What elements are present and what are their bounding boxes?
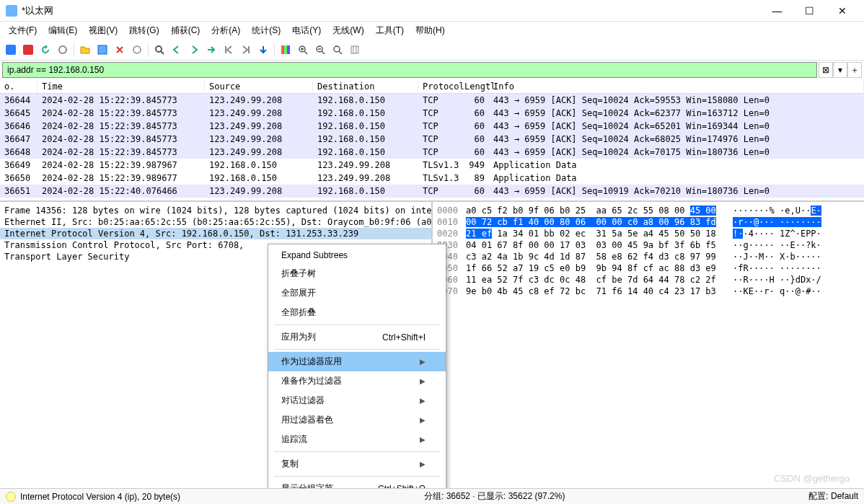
context-menu-item[interactable]: 作为过滤器应用▶	[268, 352, 446, 371]
col-dst[interactable]: Destination	[313, 80, 418, 93]
context-menu-item[interactable]: 追踪流▶	[268, 430, 446, 449]
reload-icon[interactable]	[129, 42, 145, 58]
display-filter-input[interactable]	[2, 62, 817, 78]
clear-filter-button[interactable]: ⊠	[819, 62, 833, 78]
packet-row[interactable]: 366482024-02-28 15:22:39.845773123.249.9…	[0, 146, 864, 159]
svg-point-10	[334, 46, 340, 52]
packet-row[interactable]: 366502024-02-28 15:22:39.989677192.168.0…	[0, 172, 864, 185]
tree-node[interactable]: Internet Protocol Version 4, Src: 192.16…	[0, 228, 431, 239]
status-mid: 分组: 36652 · 已显示: 35622 (97.2%)	[424, 490, 565, 503]
context-menu-item[interactable]: 对话过滤器▶	[268, 391, 446, 410]
resize-columns-icon[interactable]	[347, 42, 363, 58]
context-menu: Expand Subtrees折叠子树全部展开全部折叠应用为列Ctrl+Shif…	[268, 244, 446, 504]
svg-point-2	[59, 46, 66, 53]
menubar: 文件(F)编辑(E)视图(V)跳转(G)捕获(C)分析(A)统计(S)电话(Y)…	[0, 22, 864, 39]
titlebar: *以太网 — ☐ ✕	[0, 0, 864, 22]
zoom-out-icon[interactable]	[312, 42, 328, 58]
status-right: 配置: Default	[808, 490, 858, 503]
goto-icon[interactable]	[203, 42, 219, 58]
menu-item[interactable]: 帮助(H)	[410, 23, 451, 38]
menu-item[interactable]: 电话(Y)	[286, 23, 327, 38]
stop-capture-icon[interactable]	[20, 42, 36, 58]
last-icon[interactable]	[238, 42, 254, 58]
packet-row[interactable]: 366462024-02-28 15:22:39.845773123.249.9…	[0, 120, 864, 133]
colorize-icon[interactable]	[278, 42, 294, 58]
context-menu-item[interactable]: 准备作为过滤器▶	[268, 371, 446, 391]
add-filter-button[interactable]: ＋	[847, 62, 862, 78]
menu-item[interactable]: 工具(T)	[370, 23, 410, 38]
toolbar	[0, 39, 864, 61]
zoom-in-icon[interactable]	[295, 42, 311, 58]
col-no[interactable]: o.	[0, 80, 38, 93]
svg-rect-3	[98, 45, 107, 54]
svg-rect-7	[287, 45, 290, 54]
menu-item[interactable]: 捕获(C)	[165, 23, 206, 38]
find-icon[interactable]	[151, 42, 167, 58]
svg-point-4	[156, 46, 162, 52]
packet-row[interactable]: 366472024-02-28 15:22:39.845773123.249.9…	[0, 133, 864, 146]
menu-item[interactable]: 视图(V)	[83, 23, 123, 38]
zoom-reset-icon[interactable]	[330, 42, 345, 58]
prev-icon[interactable]	[169, 42, 185, 58]
context-menu-item[interactable]: 全部折叠	[268, 303, 446, 322]
col-proto[interactable]: Protocol	[418, 80, 460, 93]
packet-list[interactable]: o. Time Source Destination Protocol Leng…	[0, 79, 864, 200]
context-menu-item[interactable]: 折叠子树	[268, 264, 446, 283]
col-src[interactable]: Source	[205, 80, 313, 93]
minimize-button[interactable]: —	[761, 0, 793, 22]
svg-rect-0	[6, 45, 16, 55]
col-len[interactable]: Lengtl	[460, 80, 489, 93]
open-file-icon[interactable]	[77, 42, 93, 58]
tree-node[interactable]: Ethernet II, Src: b0:25:aa:65:2c:55 (b0:…	[0, 216, 431, 228]
menu-item[interactable]: 编辑(E)	[43, 23, 83, 38]
menu-item[interactable]: 统计(S)	[246, 23, 286, 38]
window-controls: — ☐ ✕	[761, 0, 858, 22]
statusbar: Internet Protocol Version 4 (ip), 20 byt…	[0, 488, 864, 504]
packet-list-header: o. Time Source Destination Protocol Leng…	[0, 79, 864, 94]
capture-options-icon[interactable]	[55, 42, 71, 58]
auto-scroll-icon[interactable]	[255, 42, 271, 58]
close-button[interactable]: ✕	[826, 0, 858, 22]
col-time[interactable]: Time	[38, 80, 205, 93]
window-title: *以太网	[22, 4, 761, 17]
context-menu-item[interactable]: Expand Subtrees	[268, 247, 446, 264]
context-menu-item[interactable]: 用过滤器着色▶	[268, 410, 446, 430]
maximize-button[interactable]: ☐	[793, 0, 826, 22]
packet-bytes-hex[interactable]: 0000a0 c5 f2 b0 9f 06 b0 25 aa 65 2c 55 …	[433, 202, 864, 482]
packet-row[interactable]: 366492024-02-28 15:22:39.987967192.168.0…	[0, 159, 864, 172]
apply-filter-button[interactable]: ▾	[833, 62, 847, 78]
menu-item[interactable]: 无线(W)	[327, 23, 369, 38]
app-icon	[6, 5, 17, 17]
first-icon[interactable]	[221, 42, 237, 58]
svg-rect-5	[281, 45, 284, 54]
filter-bar: ⊠ ▾ ＋	[0, 61, 864, 79]
svg-rect-1	[23, 45, 33, 55]
status-left: Internet Protocol Version 4 (ip), 20 byt…	[20, 492, 180, 502]
packet-row[interactable]: 366512024-02-28 15:22:40.076466123.249.9…	[0, 185, 864, 198]
restart-capture-icon[interactable]	[38, 42, 53, 58]
menu-item[interactable]: 文件(F)	[3, 23, 43, 38]
close-file-icon[interactable]	[112, 42, 128, 58]
context-menu-item[interactable]: 全部展开	[268, 283, 446, 303]
expert-info-icon[interactable]	[6, 492, 16, 502]
save-file-icon[interactable]	[94, 42, 110, 58]
next-icon[interactable]	[186, 42, 202, 58]
tree-node[interactable]: Frame 14356: 128 bytes on wire (1024 bit…	[0, 205, 431, 216]
context-menu-item[interactable]: 复制▶	[268, 454, 446, 474]
menu-item[interactable]: 分析(A)	[206, 23, 246, 38]
packet-row[interactable]: 366452024-02-28 15:22:39.845773123.249.9…	[0, 107, 864, 120]
svg-rect-6	[284, 45, 287, 54]
packet-row[interactable]: 366442024-02-28 15:22:39.845773123.249.9…	[0, 94, 864, 107]
start-capture-icon[interactable]	[3, 42, 19, 58]
col-info[interactable]: Info	[489, 80, 864, 93]
watermark: CSDN @gethergo	[774, 473, 850, 484]
menu-item[interactable]: 跳转(G)	[123, 23, 164, 38]
context-menu-item[interactable]: 应用为列Ctrl+Shift+I	[268, 327, 446, 347]
